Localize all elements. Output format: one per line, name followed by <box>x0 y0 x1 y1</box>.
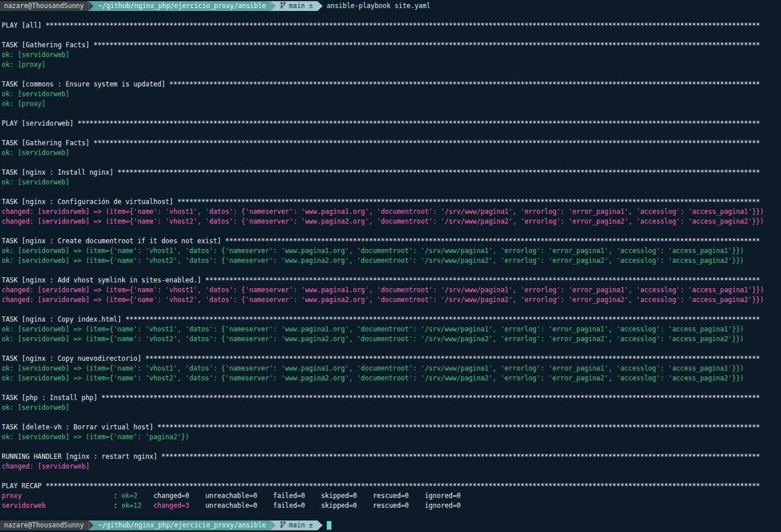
terminal-text: ok: [proxy] <box>2 61 46 69</box>
cursor-block[interactable] <box>327 521 331 530</box>
terminal-text: ok: [servidorweb] => (item={'name': 'vho… <box>2 364 744 372</box>
terminal-line: ok: [servidorweb] => (item={'name': 'vho… <box>2 373 781 383</box>
terminal-line: changed: [servidorweb] <box>2 462 781 471</box>
terminal-text: TASK [nginx : Configuración de virtualho… <box>2 198 178 206</box>
powerline-arrow-icon <box>270 520 276 530</box>
terminal-text: ok: [servidorweb] => (item={'name': 'vho… <box>2 325 744 333</box>
terminal-text: ok: [servidorweb] <box>2 90 70 98</box>
terminal-line: proxy : ok=2 changed=0 unreachable=0 fai… <box>2 491 781 501</box>
terminal-line: TASK [Gathering Facts] *****************… <box>2 40 781 50</box>
terminal-line: PLAY RECAP *****************************… <box>2 481 781 491</box>
terminal-line: ok: [servidorweb] <box>2 50 781 60</box>
terminal-line: TASK [Gathering Facts] *****************… <box>2 138 781 148</box>
terminal-line <box>2 413 781 422</box>
terminal-text: TASK [nginx : Copy nuevodirectorio] <box>2 354 145 363</box>
terminal-line <box>2 471 781 481</box>
terminal-line: changed: [servidorweb] => (item={'name':… <box>2 207 781 217</box>
terminal-line <box>2 70 781 80</box>
terminal-text: changed=0 unreachable=0 failed=0 skipped… <box>153 492 461 500</box>
terminal-text: TASK [nginx : Copy index.html] <box>2 315 126 323</box>
terminal-line: ok: [servidorweb] => (item={'name': 'vho… <box>2 334 781 344</box>
task-separator-stars: ****************************************… <box>157 423 760 431</box>
terminal-text: ok=12 <box>122 501 142 510</box>
terminal-text: proxy <box>2 492 22 500</box>
terminal-line: RUNNING HANDLER [nginx : restart nginx] … <box>2 452 781 462</box>
powerline-arrow-icon <box>270 1 276 11</box>
terminal-line: TASK [nginx : Configuración de virtualho… <box>2 197 781 207</box>
prompt-path: ~/github/nginx_php/ejercicio_proxy/ansib… <box>93 1 270 11</box>
terminal-text: ok: [servidorweb] => (item={'name': 'vho… <box>2 374 744 382</box>
prompt-line: nazare@ThousandSunny~/github/nginx_php/e… <box>0 1 781 11</box>
prompt-user-host: nazare@ThousandSunny <box>0 520 88 530</box>
terminal-text: changed=3 <box>153 501 189 510</box>
prompt-git-segment: main ± <box>276 520 318 530</box>
terminal-line: servidorweb : ok=12 changed=3 unreachabl… <box>2 501 781 511</box>
terminal-text: ok: [servidorweb] => (item={'name': 'vho… <box>2 256 744 265</box>
terminal-text: changed: [servidorweb] => (item={'name':… <box>2 217 764 225</box>
terminal-line <box>2 129 781 138</box>
terminal-text: TASK [php : Install php] <box>2 394 101 402</box>
terminal-text: ok: [servidorweb] <box>2 51 70 59</box>
terminal-text: TASK [delete-vh : Borrar virtual host] <box>2 423 157 431</box>
terminal-line <box>2 31 781 40</box>
terminal-text: ok: [servidorweb] => (item={'name': 'vho… <box>2 247 744 255</box>
terminal-line <box>2 158 781 168</box>
task-separator-stars: ****************************************… <box>225 237 760 245</box>
terminal-line: changed: [servidorweb] => (item={'name':… <box>2 295 781 305</box>
terminal-line: TASK [delete-vh : Borrar virtual host] *… <box>2 422 781 432</box>
prompt-git-segment: main ± <box>276 1 318 11</box>
terminal-line: TASK [nginx : Copy nuevodirectorio] ****… <box>2 354 781 364</box>
terminal-text: ok=2 <box>122 492 138 500</box>
terminal-text: TASK [nginx : Install nginx] <box>2 168 118 176</box>
terminal-line <box>2 266 781 276</box>
terminal-line: ok: [proxy] <box>2 99 781 109</box>
terminal-output[interactable]: nazare@ThousandSunny~/github/nginx_php/e… <box>0 0 781 531</box>
terminal-line: ok: [servidorweb] => (item={'name': 'vho… <box>2 246 781 256</box>
terminal-line: ok: [servidorweb] <box>2 148 781 158</box>
task-separator-stars: ****************************************… <box>93 139 760 147</box>
terminal-line <box>2 227 781 236</box>
task-separator-stars: ****************************************… <box>101 394 760 402</box>
terminal-line: ok: [servidorweb] <box>2 178 781 187</box>
git-branch-label: main ± <box>289 521 313 529</box>
task-separator-stars: ****************************************… <box>145 354 760 363</box>
powerline-arrow-icon <box>318 1 323 11</box>
task-separator-stars: ****************************************… <box>178 198 760 206</box>
task-separator-stars: ****************************************… <box>169 80 760 88</box>
terminal-text: ok: [servidorweb] => (item={'name': 'pag… <box>2 433 189 441</box>
terminal-text <box>137 492 153 500</box>
terminal-text: servidorweb <box>2 501 46 510</box>
terminal-text: TASK [nginx : Add vhost symlink in sites… <box>2 276 205 284</box>
terminal-text: ok: [servidorweb] <box>2 178 70 186</box>
terminal-text: changed: [servidorweb] => (item={'name':… <box>2 207 764 216</box>
terminal-line: TASK [nginx : Copy index.html] *********… <box>2 315 781 325</box>
terminal-line: ok: [proxy] <box>2 60 781 70</box>
terminal-line <box>2 305 781 315</box>
task-separator-stars: ****************************************… <box>126 315 760 323</box>
terminal-text: ok: [proxy] <box>2 100 46 108</box>
terminal-text: changed: [servidorweb] => (item={'name':… <box>2 296 764 304</box>
terminal-line <box>2 383 781 393</box>
terminal-text: TASK [nginx : Create documentroot if it … <box>2 237 225 245</box>
terminal-line <box>2 344 781 354</box>
terminal-line: changed: [servidorweb] => (item={'name':… <box>2 217 781 227</box>
terminal-text: PLAY [all] <box>2 21 46 29</box>
task-separator-stars: ****************************************… <box>161 452 760 461</box>
terminal-text: ok: [servidorweb] => (item={'name': 'vho… <box>2 335 744 343</box>
terminal-text: RUNNING HANDLER [nginx : restart nginx] <box>2 452 161 461</box>
terminal-text: unreachable=0 failed=0 skipped=0 rescued… <box>189 501 461 510</box>
terminal-text: ok: [servidorweb] <box>2 149 70 157</box>
terminal-text: changed: [servidorweb] => (item={'name':… <box>2 286 764 294</box>
terminal-text: TASK [Gathering Facts] <box>2 41 93 49</box>
terminal-line <box>2 11 781 21</box>
terminal-text: TASK [Gathering Facts] <box>2 139 93 147</box>
task-separator-stars: ****************************************… <box>205 276 760 284</box>
git-branch-icon <box>280 2 289 10</box>
terminal-text: TASK [commons : Ensure system is updated… <box>2 80 169 88</box>
prompt-line: nazare@ThousandSunny~/github/nginx_php/e… <box>0 520 781 530</box>
task-separator-stars: ****************************************… <box>118 168 760 176</box>
terminal-line: ok: [servidorweb] <box>2 403 781 413</box>
terminal-line: ok: [servidorweb] => (item={'name': 'vho… <box>2 256 781 266</box>
terminal-line: ok: [servidorweb] <box>2 89 781 99</box>
terminal-line: TASK [nginx : Create documentroot if it … <box>2 236 781 246</box>
